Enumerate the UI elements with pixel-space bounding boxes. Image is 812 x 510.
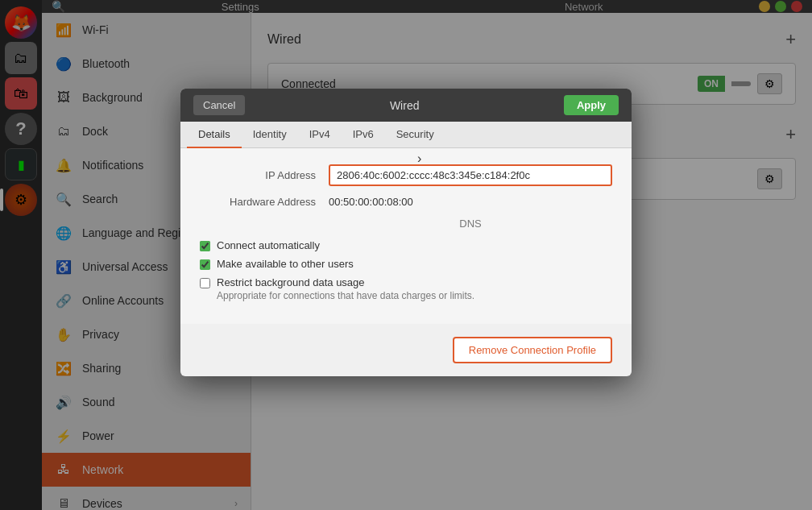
tab-identity[interactable]: Identity <box>242 122 298 148</box>
make-available-checkbox[interactable] <box>200 259 210 270</box>
connect-auto-row: Connect automatically <box>200 239 612 251</box>
hardware-address-label: Hardware Address <box>200 196 329 208</box>
restrict-data-label[interactable]: Restrict background data usage <box>217 276 474 288</box>
tab-ipv4[interactable]: IPv4 <box>298 122 342 148</box>
content-area: 📶 Wi-Fi 🔵 Bluetooth 🖼 Background 🗂 Dock … <box>42 13 812 510</box>
cancel-button[interactable]: Cancel <box>193 95 245 115</box>
tab-security[interactable]: Security <box>385 122 445 148</box>
tab-ipv6[interactable]: IPv6 <box>342 122 385 148</box>
hardware-address-row: Hardware Address 00:50:00:00:08:00 <box>200 196 612 208</box>
dialog-overlay: Cancel Wired Apply Details Identity IPv4… <box>0 0 812 510</box>
make-available-label[interactable]: Make available to other users <box>217 258 354 270</box>
dns-label: DNS <box>329 218 612 230</box>
make-available-row: Make available to other users <box>200 258 612 270</box>
hardware-address-value: 00:50:00:00:08:00 <box>329 196 612 208</box>
ip-address-row: IP Address 2806:40c:6002:cccc:48c3:345e:… <box>200 164 612 186</box>
restrict-data-group: Restrict background data usage Appropria… <box>217 276 474 301</box>
settings-window: 🔍 Settings Network 📶 Wi-Fi 🔵 Bluetooth 🖼… <box>42 0 812 510</box>
apply-button[interactable]: Apply <box>564 95 619 115</box>
dialog-header: Cancel Wired Apply <box>180 89 632 122</box>
remove-connection-button[interactable]: Remove Connection Profile <box>453 337 612 363</box>
connect-auto-label[interactable]: Connect automatically <box>217 239 320 251</box>
connect-auto-checkbox[interactable] <box>200 241 210 251</box>
cursor-indicator: › <box>417 151 421 166</box>
restrict-data-sublabel: Appropriate for connections that have da… <box>217 290 474 301</box>
restrict-data-checkbox[interactable] <box>200 278 210 288</box>
dialog-footer: Remove Connection Profile <box>180 324 632 376</box>
ip-address-value: 2806:40c:6002:cccc:48c3:345e:c184:2f0c <box>329 164 612 186</box>
restrict-data-row: Restrict background data usage Appropria… <box>200 276 612 301</box>
ip-address-label: IP Address <box>200 169 329 181</box>
dialog-content: IP Address 2806:40c:6002:cccc:48c3:345e:… <box>180 148 632 324</box>
main-panel: Wired + Connected ON ⚙ VPN + <box>251 13 812 510</box>
dialog-tabs: Details Identity IPv4 IPv6 Security <box>180 122 632 148</box>
wired-dialog: Cancel Wired Apply Details Identity IPv4… <box>180 89 632 376</box>
tab-details[interactable]: Details <box>187 122 242 148</box>
dialog-title: Wired <box>245 99 563 112</box>
